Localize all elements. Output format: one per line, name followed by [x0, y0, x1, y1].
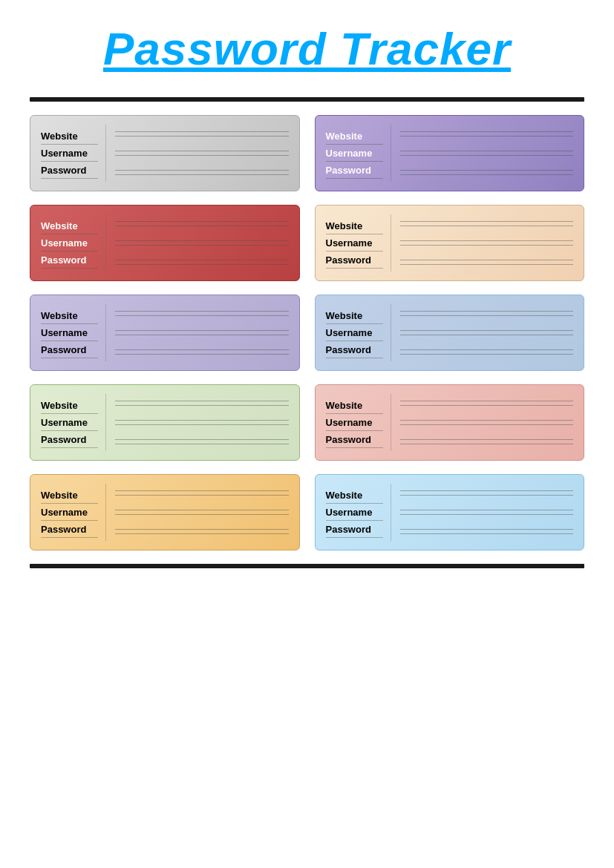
- password-label: Password: [326, 251, 383, 268]
- password-label: Password: [326, 431, 383, 447]
- password-label: Password: [41, 521, 98, 537]
- top-divider: [30, 97, 584, 102]
- card-6: Website Username Password: [315, 295, 585, 371]
- website-label: Website: [41, 217, 98, 234]
- website-label: Website: [326, 128, 383, 144]
- username-label: Username: [41, 324, 98, 341]
- card-9: Website Username Password: [30, 474, 300, 550]
- username-label: Username: [41, 145, 98, 161]
- username-label: Username: [41, 504, 98, 520]
- cards-grid: Website Username Password: [30, 115, 584, 550]
- password-label: Password: [41, 341, 98, 358]
- bottom-divider: [30, 564, 584, 568]
- website-label: Website: [41, 487, 98, 503]
- password-label: Password: [41, 162, 98, 178]
- username-label: Username: [41, 414, 98, 430]
- username-label: Username: [326, 504, 383, 520]
- page-title: Password Tracker: [30, 15, 584, 75]
- card-1: Website Username Password: [30, 115, 300, 191]
- card-2: Website Username Password: [315, 115, 585, 191]
- website-label: Website: [326, 487, 383, 503]
- password-label: Password: [41, 251, 98, 268]
- website-label: Website: [326, 397, 383, 413]
- password-label: Password: [326, 341, 383, 358]
- website-label: Website: [41, 397, 98, 413]
- username-label: Username: [326, 145, 383, 161]
- username-label: Username: [326, 414, 383, 430]
- password-label: Password: [326, 521, 383, 537]
- website-label: Website: [41, 307, 98, 323]
- website-label: Website: [326, 217, 383, 234]
- card-5: Website Username Password: [30, 295, 300, 371]
- website-label: Website: [326, 307, 383, 323]
- username-label: Username: [41, 234, 98, 251]
- password-label: Password: [326, 162, 383, 178]
- website-label: Website: [41, 128, 98, 144]
- card-10: Website Username Password: [315, 474, 585, 550]
- username-label: Username: [326, 234, 383, 251]
- card-8: Website Username Password: [315, 384, 585, 461]
- card-4: Website Username Password: [315, 205, 585, 281]
- password-label: Password: [41, 431, 98, 447]
- card-3: Website Username Password: [30, 205, 300, 281]
- card-7: Website Username Password: [30, 384, 300, 461]
- username-label: Username: [326, 324, 383, 341]
